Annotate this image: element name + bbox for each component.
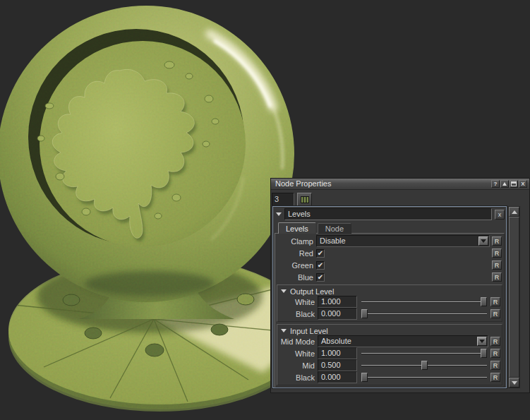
help-icon: ?: [494, 181, 498, 187]
input-white-slider[interactable]: [361, 349, 487, 358]
node-list-button[interactable]: [297, 193, 312, 206]
output-black-reset-button[interactable]: R: [490, 309, 500, 318]
close-button[interactable]: X: [519, 180, 527, 188]
panel-title: Node Properties: [275, 179, 490, 189]
slider-handle[interactable]: [481, 297, 487, 306]
mid-mode-dropdown[interactable]: Absolute: [318, 335, 488, 347]
green-checkbox[interactable]: ✔: [316, 261, 325, 270]
input-level-title: Input Level: [290, 327, 328, 335]
input-level-section: Input Level Mid Mode Absolute R W: [277, 324, 502, 385]
remove-icon: x: [498, 211, 502, 218]
red-label: Red: [277, 249, 316, 258]
node-properties-panel: Node Properties ? X 3 Levels: [270, 178, 530, 393]
output-level-section: Output Level White 1.000 R Black 0.000: [277, 284, 502, 322]
white-label: White: [278, 349, 318, 358]
output-white-row: White 1.000 R: [278, 296, 501, 307]
scroll-up-button[interactable]: [509, 207, 519, 217]
mid-mode-reset-button[interactable]: R: [490, 337, 500, 346]
collapse-triangle-icon[interactable]: [276, 212, 282, 216]
scrollbar-thumb[interactable]: [509, 217, 519, 378]
input-white-reset-button[interactable]: R: [490, 349, 500, 358]
clamp-label: Clamp: [277, 237, 316, 246]
slider-handle[interactable]: [361, 309, 368, 318]
chevron-down-icon: [479, 340, 485, 343]
white-label: White: [278, 298, 318, 306]
levels-group-header: Levels x: [273, 207, 506, 221]
tab-node[interactable]: Node: [318, 223, 351, 234]
blue-reset-button[interactable]: R: [492, 272, 502, 282]
green-channel-row: Green ✔ R: [277, 260, 502, 270]
slider-handle[interactable]: [421, 361, 428, 370]
input-black-slider[interactable]: [361, 373, 487, 382]
tab-levels[interactable]: Levels: [278, 222, 316, 234]
check-icon: ✔: [318, 250, 323, 257]
output-white-slider[interactable]: [361, 297, 487, 306]
chevron-down-icon: [481, 239, 486, 243]
clamp-value: Disable: [317, 236, 478, 246]
blue-channel-row: Blue ✔ R: [277, 272, 502, 282]
clamp-dropdown[interactable]: Disable: [316, 235, 490, 247]
blue-checkbox[interactable]: ✔: [316, 273, 325, 282]
help-button[interactable]: ?: [491, 180, 500, 188]
output-level-title: Output Level: [290, 287, 334, 296]
output-black-field[interactable]: 0.000: [318, 308, 357, 320]
node-index-field[interactable]: 3: [272, 193, 294, 206]
input-mid-slider[interactable]: [361, 361, 487, 370]
float-window-icon: [511, 181, 517, 186]
remove-node-button[interactable]: x: [495, 210, 505, 220]
input-level-header[interactable]: Input Level: [278, 325, 501, 336]
input-mid-row: Mid 0.500 R: [278, 360, 501, 371]
levels-group: Levels x Levels Node Clamp Disable: [272, 206, 507, 388]
input-mid-reset-button[interactable]: R: [490, 361, 500, 370]
black-label: Black: [278, 310, 318, 318]
mid-mode-value: Absolute: [318, 336, 477, 347]
application-window: Node Properties ? X 3 Levels: [0, 0, 530, 420]
input-white-field[interactable]: 1.000: [318, 347, 357, 359]
check-icon: ✔: [318, 262, 323, 269]
black-label: Black: [278, 373, 318, 382]
float-button[interactable]: [510, 180, 518, 188]
mid-mode-label: Mid Mode: [278, 337, 318, 346]
arrow-down-icon: [512, 381, 517, 385]
input-black-reset-button[interactable]: R: [490, 373, 500, 382]
check-icon: ✔: [318, 274, 323, 281]
arrow-up-icon: [512, 210, 517, 214]
panel-toolbar: 3: [271, 190, 529, 208]
slider-track: [361, 301, 487, 302]
output-white-field[interactable]: 1.000: [318, 296, 357, 308]
input-mid-field[interactable]: 0.500: [318, 359, 357, 371]
output-white-reset-button[interactable]: R: [490, 297, 500, 306]
green-reset-button[interactable]: R: [492, 260, 502, 270]
node-thumbnail-icon: [301, 196, 309, 203]
mid-mode-dropdown-button[interactable]: [477, 337, 487, 346]
levels-group-title[interactable]: Levels: [284, 208, 492, 220]
scroll-down-button[interactable]: [509, 378, 519, 388]
output-black-row: Black 0.000 R: [278, 308, 501, 319]
blue-label: Blue: [277, 273, 316, 282]
input-black-field[interactable]: 0.000: [318, 371, 357, 383]
section-collapse-icon: [281, 329, 287, 332]
red-channel-row: Red ✔ R: [277, 248, 502, 258]
close-icon: X: [521, 181, 524, 187]
slider-handle[interactable]: [361, 373, 368, 382]
mid-label: Mid: [278, 361, 318, 370]
section-collapse-icon: [281, 289, 287, 293]
levels-tab-pane: Clamp Disable R Red ✔: [275, 233, 505, 388]
collapse-button[interactable]: [500, 180, 509, 188]
green-label: Green: [277, 261, 316, 270]
panel-scrollbar[interactable]: [508, 206, 520, 388]
clamp-dropdown-button[interactable]: [478, 236, 488, 246]
clamp-reset-button[interactable]: R: [492, 236, 502, 246]
slider-handle[interactable]: [481, 349, 487, 358]
slider-track: [361, 353, 487, 354]
collapse-icon: [502, 182, 507, 186]
input-white-row: White 1.000 R: [278, 348, 501, 359]
panel-titlebar[interactable]: Node Properties ? X: [271, 179, 529, 190]
output-level-header[interactable]: Output Level: [278, 286, 501, 296]
slider-track: [361, 313, 487, 314]
red-reset-button[interactable]: R: [492, 248, 502, 258]
slider-track: [361, 377, 487, 378]
output-black-slider[interactable]: [361, 309, 487, 318]
red-checkbox[interactable]: ✔: [316, 249, 325, 258]
input-black-row: Black 0.000 R: [278, 372, 501, 383]
